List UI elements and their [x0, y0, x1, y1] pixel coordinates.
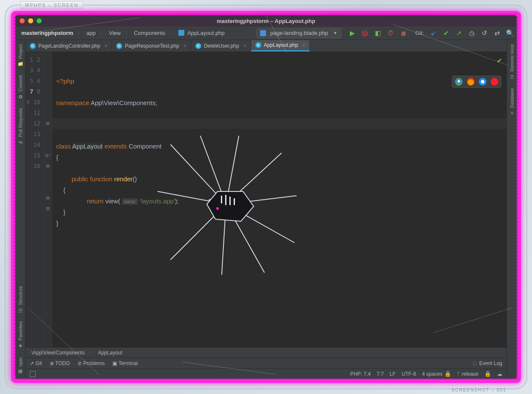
- star-icon: ★: [18, 343, 23, 349]
- run-button[interactable]: ▶: [349, 30, 356, 37]
- ide-settings-button[interactable]: ⇄: [494, 30, 501, 37]
- toolwindow-label: Favorites: [18, 321, 23, 340]
- git-commit-button[interactable]: ✔: [443, 30, 449, 37]
- rollback-button[interactable]: ↺: [481, 30, 488, 37]
- current-line-highlight: [52, 118, 506, 129]
- status-line-separator[interactable]: LF: [390, 371, 396, 377]
- close-tab-icon[interactable]: ×: [183, 43, 186, 49]
- toolwindow-label: Project: [18, 44, 23, 59]
- toolwindow-structure[interactable]: ☰Structure: [18, 282, 23, 317]
- toolwindow-terminal[interactable]: ▣ Terminal: [112, 360, 137, 366]
- status-indent[interactable]: 4 spaces 🔒: [422, 371, 451, 377]
- code-editor[interactable]: 1 2 3 4 5 6 7 8 9 10 11 12 13 14 15 16 ⊟…: [26, 52, 506, 347]
- editor-crumb[interactable]: \App\View\Components: [31, 350, 85, 356]
- status-encoding[interactable]: UTF-8: [402, 371, 416, 377]
- structure-icon: ☰: [18, 307, 23, 313]
- toolwindow-problems[interactable]: ⊘ Problems: [77, 360, 105, 366]
- inspection-ok-icon[interactable]: ✔: [497, 55, 502, 66]
- breadcrumb-folder[interactable]: Components: [132, 29, 168, 37]
- code-token: Component: [129, 143, 162, 150]
- toolwindow-label: Problems: [83, 360, 105, 366]
- git-update-button[interactable]: ↙: [430, 30, 437, 37]
- chevron-right-icon: 〉: [89, 349, 94, 356]
- outer-frame: MPHPS – SCREEN SCREENSHOT – 001 masterin…: [0, 0, 532, 394]
- code-token: );: [175, 197, 179, 205]
- run-config-selector[interactable]: page-landing.blade.php ▼: [256, 28, 341, 38]
- frame-title: MPHPS – SCREEN: [20, 1, 83, 9]
- safari-icon[interactable]: [479, 78, 486, 86]
- run-coverage-button[interactable]: ◧: [375, 30, 381, 37]
- fold-gutter[interactable]: ⊟o↑ ⊟⊟⊟: [44, 52, 52, 347]
- breadcrumb-folder[interactable]: View: [106, 29, 123, 37]
- close-tab-icon[interactable]: ×: [302, 42, 305, 48]
- ide-body: 📁Project ✿Commit ⇋Pull Requests ☰Structu…: [15, 40, 517, 379]
- opera-icon[interactable]: [491, 78, 498, 86]
- toolwindow-label: Git: [35, 360, 42, 366]
- firefox-icon[interactable]: [467, 78, 475, 86]
- editor-tab[interactable]: CDeleteUser.php×: [191, 40, 251, 51]
- status-php[interactable]: PHP: 7.4: [350, 371, 371, 377]
- git-push-button[interactable]: ↗: [455, 30, 462, 37]
- code-token: App\View\Components;: [89, 99, 157, 106]
- history-button[interactable]: ◷: [468, 30, 475, 37]
- code-token: (): [133, 175, 137, 183]
- debug-button[interactable]: 🐞: [362, 30, 369, 37]
- status-deploy-icon[interactable]: ☁: [497, 371, 502, 377]
- toolwindow-pull-requests[interactable]: ⇋Pull Requests: [18, 104, 23, 149]
- code-token: <?php: [56, 77, 74, 85]
- code-content[interactable]: <?php namespace App\View\Components; use…: [52, 52, 506, 347]
- pull-request-icon: ⇋: [18, 140, 22, 145]
- frame-footer: SCREENSHOT – 001: [452, 388, 506, 392]
- editor-tab[interactable]: CPageResponseTest.php×: [112, 40, 191, 51]
- toolwindow-quick-access-icon[interactable]: [30, 371, 36, 377]
- code-token: AppLayout: [72, 143, 103, 150]
- breadcrumb-file[interactable]: AppLayout.php: [176, 29, 227, 37]
- chevron-down-icon: ▼: [333, 31, 338, 35]
- code-token: view(: [106, 197, 122, 205]
- editor-tab-label: PageResponseTest.php: [125, 43, 179, 49]
- toolwindow-label: Event Log: [479, 360, 502, 366]
- toolwindow-label: TODO: [55, 360, 70, 366]
- neon-border: masteringphpstorm – AppLayout.php master…: [11, 11, 521, 383]
- php-class-icon: C: [116, 43, 122, 49]
- toolwindow-project[interactable]: 📁Project: [17, 40, 23, 71]
- code-token: }: [56, 208, 66, 216]
- toolwindow-label: Pull Requests: [18, 108, 23, 137]
- close-tab-icon[interactable]: ×: [104, 43, 107, 49]
- database-icon: ≡: [510, 111, 513, 116]
- toolwindow-favorites[interactable]: ★Favorites: [18, 317, 23, 353]
- bottom-toolwindow-bar: ↗ Git ≣ TODO ⊘ Problems ▣ Terminal ◌ Eve…: [26, 357, 506, 368]
- navigation-bar: masteringphpstorm 〉 app 〉 View 〉 Compone…: [15, 26, 517, 40]
- php-file-icon: [178, 30, 184, 36]
- npm-icon: ▦: [18, 369, 23, 374]
- editor-area: CPageLandingController.php× CPageRespons…: [26, 40, 506, 379]
- status-git-branch[interactable]: ᚶ release: [457, 371, 478, 377]
- ide-window: masteringphpstorm – AppLayout.php master…: [15, 15, 517, 379]
- toolwindow-remote-host[interactable]: ☰Remote Host: [509, 40, 515, 84]
- toolwindow-database[interactable]: ≡Database: [509, 84, 515, 120]
- run-config-label: page-landing.blade.php: [270, 30, 328, 36]
- toolwindow-commit[interactable]: ✿Commit: [18, 71, 23, 104]
- editor-tab-active[interactable]: CAppLayout.php×: [251, 40, 310, 51]
- breadcrumb-folder[interactable]: app: [84, 29, 98, 37]
- close-tab-icon[interactable]: ×: [243, 43, 246, 49]
- editor-tab-label: DeleteUser.php: [204, 43, 239, 49]
- editor-tab[interactable]: CPageLandingController.php×: [26, 40, 112, 51]
- php-class-icon: C: [195, 43, 201, 49]
- read-only-toggle-icon[interactable]: 🔒: [484, 371, 491, 377]
- toolwindow-eventlog[interactable]: ◌ Event Log: [472, 360, 502, 366]
- search-everywhere-button[interactable]: 🔍: [506, 30, 513, 37]
- toolwindow-label: Remote Host: [509, 44, 515, 71]
- editor-crumb[interactable]: AppLayout: [98, 350, 122, 356]
- toolwindow-npm[interactable]: ▦npm: [18, 353, 23, 379]
- breadcrumb-project[interactable]: masteringphpstorm: [19, 29, 76, 37]
- toolwindow-label: Commit: [18, 75, 23, 91]
- toolwindow-git[interactable]: ↗ Git: [30, 360, 42, 366]
- profile-button[interactable]: ⏱: [387, 30, 394, 37]
- chevron-right-icon: 〉: [100, 30, 105, 36]
- status-branch-label: release: [462, 371, 478, 377]
- status-caret-position[interactable]: 7:7: [377, 371, 384, 377]
- stop-button[interactable]: ◼: [400, 30, 407, 37]
- toolwindow-todo[interactable]: ≣ TODO: [50, 360, 70, 366]
- chrome-icon[interactable]: [455, 78, 463, 86]
